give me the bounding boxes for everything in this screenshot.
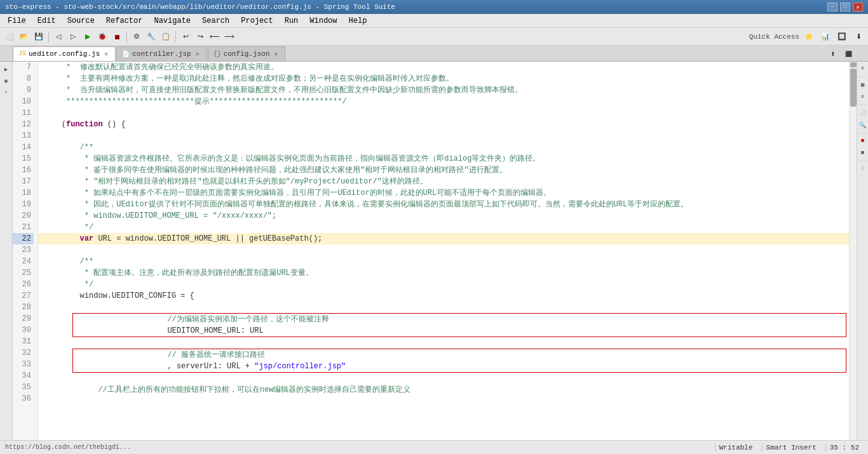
- status-url: https://blog.csdn.net/thebigdi...: [5, 444, 131, 451]
- code-line-23: [38, 244, 849, 256]
- right-panel-icon-6[interactable]: ■: [860, 135, 865, 147]
- toolbar-btn-4d[interactable]: ⟶: [222, 30, 236, 44]
- red-box-2: // 服务器统一请求接口路径 , serverUrl: URL + "jsp/c…: [72, 349, 846, 373]
- right-panel-icon-1[interactable]: ×: [859, 63, 865, 75]
- right-panel-icon-8[interactable]: ↕: [860, 163, 865, 174]
- tab-label-ueditor: ueditor.config.js: [29, 50, 100, 58]
- code-area[interactable]: * 修改默认配置请首先确保已经完全明确该参数的真实用途。 * 主要有两种修改方案…: [38, 62, 849, 440]
- code-line-13: [38, 130, 849, 142]
- title-bar: sto-express - sto-web-stock/src/main/web…: [0, 0, 868, 14]
- toolbar-btn-3a[interactable]: ⚙: [130, 30, 144, 44]
- line-num-28: 28: [13, 302, 34, 313]
- menu-navigate[interactable]: Navigate: [149, 15, 196, 27]
- menu-run[interactable]: Run: [280, 15, 304, 27]
- line-num-23: 23: [13, 244, 34, 256]
- tab-ueditor-config[interactable]: JS ueditor.config.js ✕: [13, 46, 116, 61]
- scrollbar-thumb[interactable]: [850, 69, 857, 107]
- toolbar-group-3: ⚙ 🔧 📋: [130, 30, 173, 44]
- toolbar: ⬜ 📂 💾 ◁ ▷ ▶ 🐞 ⏹ ⚙ 🔧 📋 ↩ ↪ ⟵ ⟶ Quick Acce…: [0, 28, 868, 46]
- menu-project[interactable]: Project: [236, 15, 278, 27]
- right-panel-icon-2[interactable]: ▦: [860, 79, 865, 91]
- quick-access-label: Quick Access: [749, 33, 799, 41]
- quick-access-btn-3[interactable]: 🔲: [835, 30, 849, 44]
- maximize-button[interactable]: □: [840, 3, 850, 11]
- line-num-18: 18: [13, 187, 34, 199]
- tab-icon-json: {}: [214, 51, 221, 58]
- menu-bar: File Edit Source Refactor Navigate Searc…: [0, 14, 868, 28]
- code-line-24: /**: [38, 256, 849, 267]
- tab-close-config[interactable]: ✕: [272, 50, 280, 58]
- toolbar-group-2: ◁ ▷ ▶ 🐞 ⏹: [51, 30, 124, 44]
- toolbar-group-4: ↩ ↪ ⟵ ⟶: [179, 30, 236, 44]
- toolbar-run[interactable]: ▶: [81, 30, 95, 44]
- toolbar-btn-3b[interactable]: 🔧: [144, 30, 158, 44]
- code-line-33: , serverUrl: URL + "jsp/controller.jsp": [73, 361, 846, 372]
- right-panel-icon-3[interactable]: ≡: [860, 91, 865, 103]
- line-num-15: 15: [13, 153, 34, 164]
- right-panel-sep-4: [858, 160, 867, 161]
- tab-maximize-btn[interactable]: ⬛: [841, 47, 855, 61]
- right-panel-sep-2: [858, 104, 867, 105]
- line-num-29: 29: [13, 313, 34, 324]
- menu-edit[interactable]: Edit: [32, 15, 61, 27]
- line-num-10: 10: [13, 96, 34, 107]
- menu-help[interactable]: Help: [344, 15, 372, 27]
- code-line-31: [38, 337, 849, 349]
- tab-close-ueditor[interactable]: ✕: [102, 50, 110, 58]
- code-line-9: * 当升级编辑器时，可直接使用旧版配置文件替换新版配置文件，不用担心旧版配置文件…: [38, 84, 849, 96]
- code-line-26: */: [38, 279, 849, 290]
- code-line-8: * 主要有两种修改方案，一种是取消此处注释，然后修改成对应参数；另一种是在实例化…: [38, 73, 849, 84]
- code-line-22: var URL = window.UEDITOR_HOME_URL || get…: [38, 233, 849, 244]
- tab-icon-js: JS: [18, 50, 26, 57]
- right-panel-icon-7[interactable]: ■: [860, 147, 865, 159]
- toolbar-back[interactable]: ◁: [51, 30, 65, 44]
- line-num-9: 9: [13, 84, 34, 96]
- menu-source[interactable]: Source: [62, 15, 100, 27]
- quick-access-btn-2[interactable]: 📊: [818, 30, 832, 44]
- toolbar-group-1: ⬜ 📂 💾: [3, 30, 46, 44]
- tab-config-json[interactable]: {} config.json ✕: [208, 46, 286, 61]
- left-panel-icon-3[interactable]: ⚡: [1, 87, 11, 97]
- menu-search[interactable]: Search: [197, 15, 234, 27]
- left-panel: ▶ ◉ ⚡: [0, 62, 13, 440]
- right-panel-icon-4[interactable]: ⬜: [858, 107, 867, 119]
- toolbar-btn-3c[interactable]: 📋: [159, 30, 173, 44]
- line-num-30: 30: [13, 324, 34, 336]
- code-line-36: [38, 396, 849, 407]
- code-line-29: //为编辑器实例添加一个路径，这个不能被注释: [73, 314, 846, 325]
- quick-access-btn-4[interactable]: ⬇: [851, 30, 865, 44]
- code-line-18: * 如果站点中有多个不在同一层级的页面需要实例化编辑器，且引用了同一UEdito…: [38, 187, 849, 199]
- left-panel-icon-1[interactable]: ▶: [1, 64, 11, 74]
- tab-minimize-btn[interactable]: ⬆: [826, 47, 840, 61]
- line-num-21: 21: [13, 222, 34, 233]
- right-panel-icon-5[interactable]: 🔍: [858, 119, 867, 131]
- tab-close-controller[interactable]: ✕: [194, 50, 201, 58]
- toolbar-open[interactable]: 📂: [17, 30, 31, 44]
- toolbar-stop[interactable]: ⏹: [110, 30, 124, 44]
- toolbar-btn-4b[interactable]: ↪: [193, 30, 207, 44]
- status-smart-insert: Smart Insert: [762, 444, 820, 451]
- tab-controller[interactable]: 📄 controller.jsp ✕: [116, 46, 207, 61]
- tab-label-config: config.json: [224, 50, 270, 58]
- toolbar-forward[interactable]: ▷: [66, 30, 80, 44]
- editor-container: ▶ ◉ ⚡ 7 8 9 10 11 12 13 14 15 16 17 18 1…: [0, 62, 868, 440]
- toolbar-btn-4a[interactable]: ↩: [179, 30, 193, 44]
- code-line-17: * "相对于网站根目录的相对路径"也就是以斜杠开头的形如"/myProject/…: [38, 176, 849, 187]
- toolbar-save[interactable]: 💾: [32, 30, 46, 44]
- menu-file[interactable]: File: [3, 15, 31, 27]
- code-line-11: [38, 107, 849, 119]
- toolbar-debug[interactable]: 🐞: [95, 30, 109, 44]
- close-button[interactable]: ✕: [853, 3, 863, 11]
- toolbar-btn-4c[interactable]: ⟵: [208, 30, 222, 44]
- minimize-button[interactable]: –: [827, 3, 837, 11]
- line-num-11: 11: [13, 107, 34, 119]
- red-box-1: //为编辑器实例添加一个路径，这个不能被注释 UEDITOR_HOME_URL:…: [72, 313, 846, 337]
- left-panel-icon-2[interactable]: ◉: [1, 76, 11, 86]
- menu-window[interactable]: Window: [304, 15, 342, 27]
- line-num-17: 17: [13, 176, 34, 187]
- vertical-scrollbar[interactable]: [849, 62, 857, 440]
- quick-access-btn-1[interactable]: ⭐: [802, 30, 816, 44]
- menu-refactor[interactable]: Refactor: [101, 15, 148, 27]
- toolbar-sep-2: [126, 31, 127, 43]
- toolbar-new[interactable]: ⬜: [3, 30, 17, 44]
